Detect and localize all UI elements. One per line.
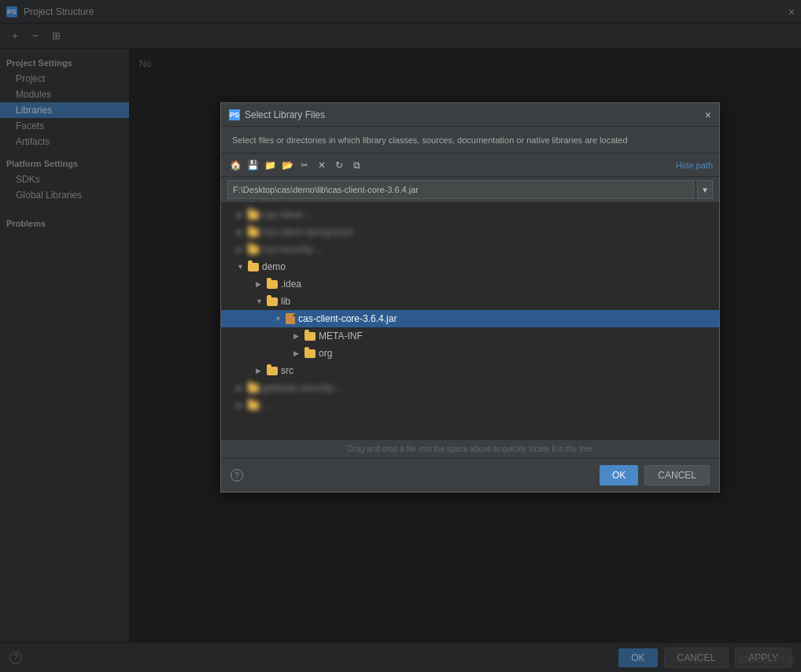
expander-lib: ▼ bbox=[256, 297, 267, 305]
expander-idea: ▶ bbox=[256, 280, 267, 288]
tree-item-demo[interactable]: ▼ demo bbox=[221, 258, 719, 275]
refresh-btn[interactable]: ↻ bbox=[331, 157, 347, 173]
home-btn[interactable]: 🏠 bbox=[227, 157, 243, 173]
folder-icon-lib bbox=[267, 297, 278, 306]
tree-item-blurred1[interactable]: ▶ cas-client-... bbox=[221, 206, 719, 223]
folder-icon-blurred3 bbox=[248, 246, 259, 254]
file-toolbar-icons: 🏠 💾 📁 📂 ✂ ✕ ↻ ⧉ bbox=[227, 157, 364, 173]
dialog-buttons: OK CANCEL bbox=[600, 465, 710, 486]
folder-icon-metainf bbox=[305, 332, 316, 341]
tree-item-blurred2[interactable]: ▶ cas-client-spring-boot bbox=[221, 223, 719, 241]
open-folder-btn[interactable]: 📂 bbox=[279, 157, 295, 173]
tree-item-label-blurred4: gateway-security-... bbox=[262, 382, 344, 393]
cut-btn[interactable]: ✂ bbox=[297, 157, 312, 173]
expander-blurred4: ▶ bbox=[237, 384, 248, 392]
tree-item-label-lib: lib bbox=[281, 296, 290, 307]
tree-item-label-org: org bbox=[319, 348, 332, 359]
expander-blurred1: ▶ bbox=[237, 211, 248, 219]
expander-blurred5: ▶ bbox=[237, 401, 248, 409]
tree-item-label-jar: cas-client-core-3.6.4.jar bbox=[298, 313, 397, 324]
copy-path-btn[interactable]: ⧉ bbox=[349, 157, 364, 173]
expander-org: ▶ bbox=[293, 349, 305, 357]
expander-metainf: ▶ bbox=[293, 332, 305, 340]
tree-item-org[interactable]: ▶ org bbox=[221, 345, 719, 362]
expander-demo: ▼ bbox=[237, 263, 248, 271]
expander-src: ▶ bbox=[256, 367, 267, 375]
dialog-footer: ? OK CANCEL bbox=[221, 458, 719, 492]
path-input[interactable] bbox=[227, 180, 694, 199]
dialog-ok-button[interactable]: OK bbox=[600, 465, 638, 486]
save-btn[interactable]: 💾 bbox=[245, 157, 260, 173]
tree-item-label-metainf: META-INF bbox=[319, 330, 363, 342]
folder-icon-demo bbox=[248, 263, 259, 271]
tree-item-blurred4[interactable]: ▶ gateway-security-... bbox=[221, 379, 719, 397]
dialog-help-icon[interactable]: ? bbox=[231, 469, 243, 482]
tree-item-jar[interactable]: ▼ cas-client-core-3.6.4.jar bbox=[221, 310, 719, 327]
expander-blurred2: ▶ bbox=[237, 228, 248, 236]
tree-item-label-blurred3: cas-security-... bbox=[262, 244, 323, 255]
tree-item-label-blurred5: ... bbox=[262, 400, 270, 411]
dialog-title: Select Library Files bbox=[245, 109, 325, 120]
folder-icon-blurred4 bbox=[248, 384, 259, 393]
tree-item-lib[interactable]: ▼ lib bbox=[221, 293, 719, 310]
dialog-cancel-button[interactable]: CANCEL bbox=[644, 465, 710, 486]
folder-btn[interactable]: 📁 bbox=[262, 157, 278, 173]
delete-btn[interactable]: ✕ bbox=[314, 157, 330, 173]
tree-item-idea[interactable]: ▶ .idea bbox=[221, 275, 719, 293]
jar-icon bbox=[286, 313, 295, 324]
tree-item-label-demo: demo bbox=[262, 261, 286, 272]
folder-icon-org bbox=[305, 349, 316, 358]
path-row: ▼ bbox=[221, 177, 719, 203]
file-tree[interactable]: ▶ cas-client-... ▶ cas-client-spring-boo… bbox=[221, 203, 719, 439]
folder-icon-blurred2 bbox=[248, 228, 259, 237]
tree-item-metainf[interactable]: ▶ META-INF bbox=[221, 327, 719, 345]
dialog-title-bar: PS Select Library Files × bbox=[221, 103, 719, 127]
hide-path-link[interactable]: Hide path bbox=[676, 161, 713, 170]
tree-item-label-idea: .idea bbox=[281, 279, 301, 290]
select-library-dialog: PS Select Library Files × Select files o… bbox=[220, 102, 720, 493]
tree-item-src[interactable]: ▶ src bbox=[221, 362, 719, 379]
dialog-close-icon[interactable]: × bbox=[705, 109, 711, 121]
path-dropdown-btn[interactable]: ▼ bbox=[697, 180, 713, 199]
file-toolbar: 🏠 💾 📁 📂 ✂ ✕ ↻ ⧉ Hide path bbox=[221, 153, 719, 177]
expander-jar: ▼ bbox=[275, 315, 286, 323]
tree-item-label-blurred2: cas-client-spring-boot bbox=[262, 227, 353, 238]
tree-item-label-blurred1: cas-client-... bbox=[262, 209, 313, 220]
folder-icon-blurred5 bbox=[248, 401, 259, 410]
dialog-title-left: PS Select Library Files bbox=[229, 109, 325, 120]
tree-item-label-src: src bbox=[281, 365, 293, 376]
drag-hint: Drag and drop a file into the space abov… bbox=[221, 439, 719, 458]
dialog-app-icon: PS bbox=[229, 109, 240, 120]
tree-item-blurred3[interactable]: ▶ cas-security-... bbox=[221, 241, 719, 258]
modal-overlay: PS Select Library Files × Select files o… bbox=[0, 0, 801, 672]
expander-blurred3: ▶ bbox=[237, 246, 248, 253]
dialog-description: Select files or directories in which lib… bbox=[221, 127, 719, 153]
folder-icon-idea bbox=[267, 280, 278, 289]
folder-icon-blurred1 bbox=[248, 211, 259, 220]
tree-item-blurred5[interactable]: ▶ ... bbox=[221, 397, 719, 414]
folder-icon-src bbox=[267, 367, 278, 375]
